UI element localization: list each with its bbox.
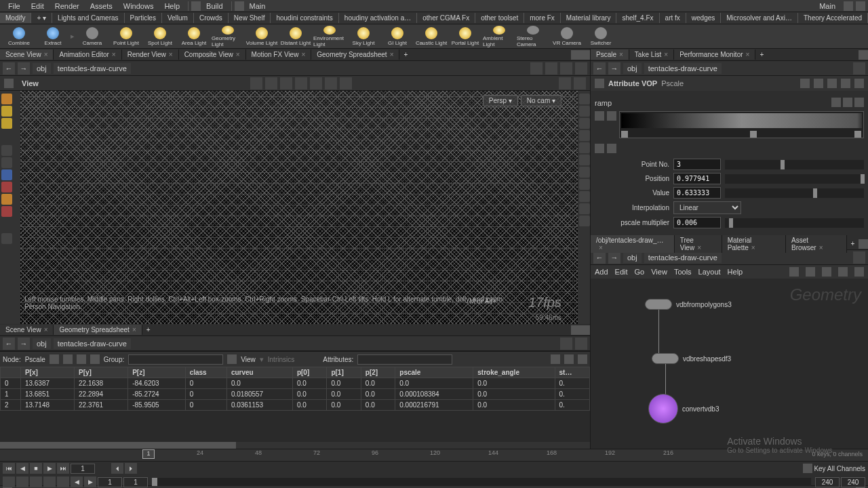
take-main[interactable]: Main	[814, 1, 841, 12]
tool-causticlight[interactable]: Caustic Light	[415, 26, 448, 47]
net-opt1-icon[interactable]	[789, 267, 799, 277]
shelf-tab-10[interactable]: Material library	[561, 13, 617, 23]
range-opt2-icon[interactable]	[16, 476, 28, 487]
info-icon[interactable]	[854, 79, 864, 88]
menu-edit[interactable]: Edit	[26, 1, 50, 12]
tool-combine[interactable]: Combine	[3, 26, 35, 47]
tab-geosheet[interactable]: Geometry Spreadsheet×	[311, 49, 399, 60]
shelf-tab-1[interactable]: Particles	[125, 13, 162, 23]
net-opt3-icon[interactable]	[822, 267, 831, 277]
vp-help-icon[interactable]	[574, 77, 586, 89]
table-header[interactable]: curveu	[226, 367, 292, 378]
ss-tab-geosheet[interactable]: Geometry Spreadsheet×	[54, 325, 142, 335]
tool-gilight[interactable]: GI Light	[381, 26, 414, 47]
step-back-icon[interactable]: ⏴	[111, 463, 123, 474]
last-frame-icon[interactable]: ⏭	[57, 463, 69, 474]
menu-assets[interactable]: Assets	[85, 1, 118, 12]
ss-opt-icon[interactable]	[575, 338, 587, 350]
value-slider[interactable]	[725, 188, 864, 198]
pscale-mult-input[interactable]	[673, 217, 721, 228]
shelf-tab-9[interactable]: more Fx	[524, 13, 561, 23]
shelf-tab-12[interactable]: art fx	[660, 13, 686, 23]
range-next-icon[interactable]: ▶	[84, 476, 96, 487]
ramp-add-icon[interactable]	[831, 98, 841, 107]
net-back-icon[interactable]: ←	[593, 251, 606, 264]
param-back-icon[interactable]: ←	[593, 62, 606, 75]
disp-opt9-icon[interactable]	[579, 191, 590, 202]
pane-pin-icon[interactable]	[571, 50, 580, 60]
tool-pointlight[interactable]: Point Light	[110, 26, 142, 47]
radial-main[interactable]: Main	[244, 1, 271, 12]
persp-badge[interactable]: Persp ▾	[483, 95, 518, 106]
table-header[interactable]: p[0]	[292, 367, 326, 378]
pscale-mult-slider[interactable]	[725, 218, 864, 228]
build-icon[interactable]	[191, 1, 201, 11]
range-opt1-icon[interactable]	[3, 476, 15, 487]
table-header[interactable]: pscale	[395, 367, 473, 378]
net-path-obj[interactable]: obj	[623, 252, 642, 263]
table-row[interactable]: 213.714822.3761-85.950500.03611530.00.00…	[1, 400, 590, 411]
tab-motionfx[interactable]: Motion FX View×	[246, 49, 312, 60]
search-icon[interactable]	[827, 79, 837, 88]
net-fwd-icon[interactable]: →	[608, 251, 620, 264]
table-header[interactable]: class	[185, 367, 226, 378]
cloud-icon[interactable]	[844, 1, 853, 11]
intrinsics-label[interactable]: Intrinsics	[268, 356, 294, 363]
param-tab-pscale[interactable]: Pscale×	[591, 49, 629, 60]
path-opt3-icon[interactable]	[560, 62, 572, 75]
tab-add[interactable]: +	[399, 49, 412, 60]
ss-points-icon[interactable]	[50, 354, 59, 364]
tool-camera[interactable]: Camera	[76, 26, 108, 47]
table-header[interactable]: P[y]	[75, 367, 128, 378]
tool-arealight[interactable]: Area Light	[178, 26, 210, 47]
tool-spotlight[interactable]: Spot Light	[144, 26, 176, 47]
ss-verts-icon[interactable]	[63, 354, 73, 364]
net-path-node[interactable]: tentacles-draw-curve	[644, 252, 722, 263]
disp-opt7-icon[interactable]	[579, 167, 590, 178]
ss-path-obj[interactable]: obj	[33, 338, 51, 349]
key-icon[interactable]	[803, 464, 812, 473]
tool-skylight[interactable]: Sky Light	[347, 26, 380, 47]
table-row[interactable]: 013.638722.1638-84.620300.00.00.00.00.00…	[1, 378, 590, 389]
vp-tool-arrow-icon[interactable]	[1, 157, 12, 168]
shelf-tab-5[interactable]: houdini constraints	[271, 13, 338, 23]
shelf-tab-7[interactable]: other CGMA Fx	[417, 13, 475, 23]
net-menu-tools[interactable]: Tools	[674, 268, 692, 276]
disp-opt5-icon[interactable]	[579, 142, 590, 153]
range-opt4-icon[interactable]	[43, 476, 56, 487]
param-path-node[interactable]: tentacles-draw-curve	[644, 63, 722, 74]
path-opt4-icon[interactable]	[575, 62, 587, 75]
param-pin-icon[interactable]	[853, 62, 865, 75]
ramp-del-icon[interactable]	[595, 111, 604, 121]
net-opt5-icon[interactable]	[854, 267, 864, 277]
nocam-badge[interactable]: No cam ▾	[521, 95, 561, 106]
ss-filter-icon[interactable]	[227, 354, 237, 364]
tool-switcher[interactable]: Switcher	[585, 26, 617, 47]
main-icon[interactable]	[235, 1, 244, 11]
range-end-a[interactable]	[815, 477, 840, 487]
net-menu-add[interactable]: Add	[595, 268, 608, 276]
shelf-add[interactable]: + ▾	[31, 13, 52, 23]
ss-path-node[interactable]: tentacles-draw-curve	[54, 338, 131, 349]
menu-file[interactable]: File	[3, 1, 26, 12]
menu-windows[interactable]: Windows	[118, 1, 159, 12]
tab-renderview[interactable]: Render View×	[122, 49, 179, 60]
vp-scale-icon[interactable]	[295, 77, 307, 89]
tool-portallight[interactable]: Portal Light	[449, 26, 481, 47]
filter-icon[interactable]	[814, 79, 823, 88]
vp-tool-misc-icon[interactable]	[1, 233, 12, 244]
param-tab-takelist[interactable]: Take List×	[629, 49, 674, 60]
path-fwd-icon[interactable]: →	[18, 62, 30, 75]
tool-distantlight[interactable]: Distant Light	[279, 26, 312, 47]
range-start-a[interactable]	[98, 477, 122, 487]
tool-envlight[interactable]: Environment Light	[313, 26, 346, 47]
table-header[interactable]: st…	[555, 367, 589, 378]
vp-tool-lasso-icon[interactable]	[1, 145, 12, 156]
param-name[interactable]: Pscale	[661, 79, 684, 87]
first-frame-icon[interactable]: ⏮	[3, 463, 15, 474]
current-frame-input[interactable]	[71, 464, 95, 474]
path-opt1-icon[interactable]	[530, 62, 542, 75]
step-fwd-icon[interactable]: ⏵	[125, 463, 137, 474]
help2-icon[interactable]	[841, 79, 850, 88]
shelf-tab-3[interactable]: Crowds	[194, 13, 229, 23]
